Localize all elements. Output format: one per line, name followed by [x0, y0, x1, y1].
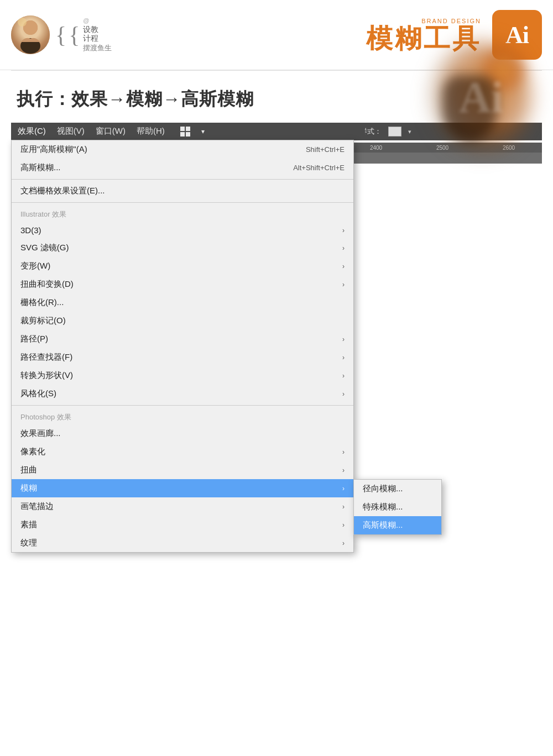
menu-rasterize[interactable]: 栅格化(R)... — [12, 293, 353, 312]
chevron-distort: › — [342, 281, 345, 288]
logo-line4: 程 — [91, 34, 98, 43]
menu-raster-settings[interactable]: 文档栅格效果设置(E)... — [12, 182, 353, 200]
blur-ai-text-overlay: Ai — [431, 42, 531, 153]
menu-pixelate[interactable]: 像素化 › — [12, 443, 353, 461]
menu-convert-shape[interactable]: 转换为形状(V) › — [12, 366, 353, 385]
menu-3d[interactable]: 3D(3) › — [12, 222, 353, 239]
menu-brush-stroke[interactable]: 画笔描边 › — [12, 497, 353, 516]
blur-submenu: 径向模糊... 特殊模糊... 高斯模糊... — [353, 479, 442, 535]
menu-sketch-label: 素描 — [20, 519, 37, 530]
menu-bar-window[interactable]: 窗口(W) — [96, 126, 126, 136]
section-illustrator: Illustrator 效果 — [12, 205, 353, 222]
logo-line2: 计 — [83, 34, 91, 43]
menu-svg-filter[interactable]: SVG 滤镜(G) › — [12, 239, 353, 257]
menu-wrapper: 效果(C) 视图(V) 窗口(W) 帮助(H) ▾ 应用"高斯模糊"(A) Sh… — [11, 123, 365, 553]
blurred-art: Ai — [431, 42, 531, 153]
chevron-pathfinder: › — [342, 354, 345, 361]
section-illustrator-label: Illustrator 效果 — [20, 209, 66, 219]
menu-warp[interactable]: 变形(W) › — [12, 257, 353, 275]
grid-icon[interactable] — [180, 127, 190, 136]
blur-ai-letter: Ai — [459, 72, 503, 123]
logo-at: @ — [83, 17, 112, 24]
menu-apply-gaussian-label: 应用"高斯模糊"(A) — [20, 144, 87, 155]
logo-line3: 教 — [91, 25, 98, 34]
menu-bar: 效果(C) 视图(V) 窗口(W) 帮助(H) ▾ — [11, 123, 365, 140]
submenu-radial-blur-label: 径向模糊... — [363, 484, 403, 494]
menu-texture[interactable]: 纹理 › — [12, 534, 353, 552]
logo-subtitle: 摆渡鱼生 — [83, 44, 112, 53]
menu-bar-help[interactable]: 帮助(H) — [137, 126, 165, 136]
menu-raster-settings-label: 文档栅格效果设置(E)... — [20, 186, 105, 196]
divider-3 — [12, 405, 353, 406]
brace-right: { — [69, 23, 80, 46]
page-title-text: 执行：效果→模糊→高斯模糊 — [17, 89, 254, 109]
chevron-pixelate: › — [342, 448, 345, 456]
section-photoshop-label: Photoshop 效果 — [20, 412, 71, 422]
section-photoshop: Photoshop 效果 — [12, 408, 353, 424]
menu-bar-chevron[interactable]: ▾ — [201, 128, 205, 135]
menu-blur[interactable]: 模糊 › 径向模糊... 特殊模糊... 高斯模糊... — [12, 479, 353, 497]
chevron-texture: › — [342, 539, 345, 547]
chevron-warp: › — [342, 262, 345, 270]
dropdown-menu: 应用"高斯模糊"(A) Shift+Ctrl+E 高斯模糊... Alt+Shi… — [11, 140, 354, 553]
menu-pixelate-label: 像素化 — [20, 447, 45, 457]
menu-gaussian-blur-shortcut: Alt+Shift+Ctrl+E — [293, 164, 345, 172]
menu-apply-gaussian[interactable]: 应用"高斯模糊"(A) Shift+Ctrl+E — [12, 140, 353, 159]
chevron-distort2: › — [342, 466, 345, 474]
menu-distort-transform[interactable]: 扭曲和变换(D) › — [12, 275, 353, 293]
divider-2 — [12, 202, 353, 203]
logo-text-block: @ 设 计 教 程 摆渡鱼生 — [83, 17, 112, 52]
svg-point-3 — [18, 18, 27, 27]
menu-warp-label: 变形(W) — [20, 261, 50, 271]
menu-rasterize-label: 栅格化(R)... — [20, 297, 64, 308]
chevron-sketch: › — [342, 521, 345, 529]
chevron-convert: › — [342, 372, 345, 380]
menu-bar-view[interactable]: 视图(V) — [57, 126, 85, 136]
menu-distort-transform-label: 扭曲和变换(D) — [20, 279, 74, 290]
logo-lines: 设 计 教 程 — [83, 25, 112, 44]
menu-svg-filter-label: SVG 滤镜(G) — [20, 243, 69, 253]
menu-pathfinder[interactable]: 路径查找器(F) › — [12, 348, 353, 366]
divider-1 — [12, 179, 353, 180]
menu-sketch[interactable]: 素描 › — [12, 516, 353, 534]
menu-blur-label: 模糊 — [20, 483, 37, 494]
logo-area: { { @ 设 计 教 程 摆渡鱼生 — [55, 17, 112, 52]
menu-crop-marks-label: 裁剪标记(O) — [20, 316, 66, 326]
chevron-3d: › — [342, 227, 345, 234]
chevron-brush: › — [342, 503, 345, 511]
submenu-gaussian-blur-label: 高斯模糊... — [363, 520, 403, 531]
brace-left: { — [55, 23, 66, 46]
menu-distort-label: 扭曲 — [20, 465, 37, 475]
toolbar-swatch[interactable] — [388, 127, 401, 136]
menu-distort[interactable]: 扭曲 › — [12, 461, 353, 479]
menu-path[interactable]: 路径(P) › — [12, 330, 353, 348]
logo-line1: 设 — [83, 25, 91, 34]
menu-convert-shape-label: 转换为形状(V) — [20, 370, 73, 381]
submenu-special-blur[interactable]: 特殊模糊... — [354, 498, 441, 516]
chevron-stylize: › — [342, 390, 345, 398]
menu-3d-label: 3D(3) — [20, 225, 41, 235]
artwork-canvas: Ai — [337, 153, 542, 164]
chevron-svg: › — [342, 244, 345, 252]
chevron-path: › — [342, 335, 345, 343]
menu-stylize-label: 风格化(S) — [20, 389, 56, 399]
avatar-image — [11, 15, 50, 54]
menu-bar-effect[interactable]: 效果(C) — [18, 126, 46, 136]
menu-apply-gaussian-shortcut: Shift+Ctrl+E — [306, 145, 345, 154]
menu-effect-gallery[interactable]: 效果画廊... — [12, 424, 353, 443]
menu-pathfinder-label: 路径查找器(F) — [20, 352, 72, 363]
header-left: { { @ 设 计 教 程 摆渡鱼生 — [11, 15, 112, 54]
chevron-blur: › — [342, 485, 345, 492]
menu-path-label: 路径(P) — [20, 334, 48, 344]
menu-gaussian-blur[interactable]: 高斯模糊... Alt+Shift+Ctrl+E — [12, 159, 353, 177]
avatar — [11, 15, 50, 54]
submenu-special-blur-label: 特殊模糊... — [363, 502, 403, 512]
main-content: 效果(C) 视图(V) 窗口(W) 帮助(H) ▾ 应用"高斯模糊"(A) Sh… — [0, 123, 553, 575]
submenu-radial-blur[interactable]: 径向模糊... — [354, 480, 441, 498]
menu-effect-gallery-label: 效果画廊... — [20, 428, 61, 439]
menu-texture-label: 纹理 — [20, 538, 37, 548]
menu-stylize[interactable]: 风格化(S) › — [12, 385, 353, 403]
toolbar-chevron[interactable]: ▾ — [408, 128, 411, 135]
menu-crop-marks[interactable]: 裁剪标记(O) — [12, 312, 353, 330]
submenu-gaussian-blur[interactable]: 高斯模糊... — [354, 516, 441, 534]
